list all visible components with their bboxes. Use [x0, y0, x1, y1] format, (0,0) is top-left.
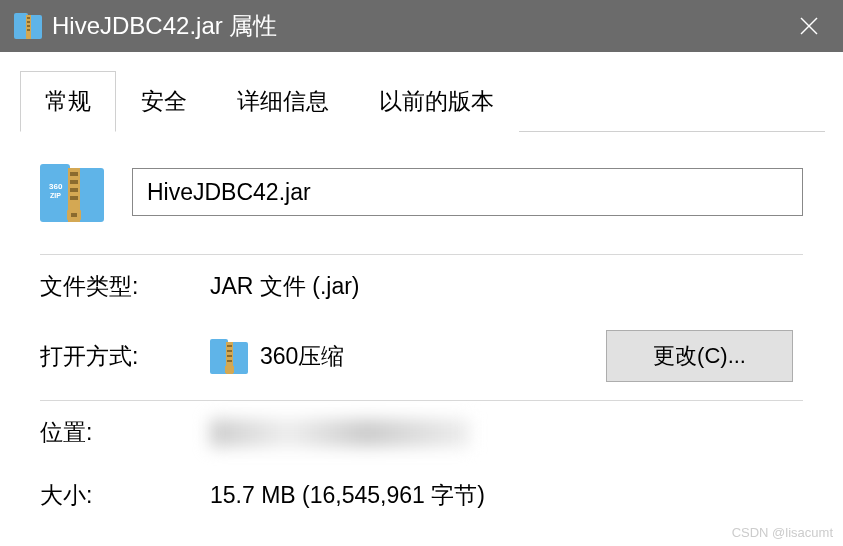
svg-rect-4 — [27, 21, 30, 23]
open-with-app-name: 360压缩 — [260, 341, 344, 372]
tab-general[interactable]: 常规 — [20, 71, 116, 132]
location-value — [210, 419, 470, 447]
svg-rect-27 — [227, 360, 232, 362]
svg-text:360: 360 — [49, 182, 63, 191]
svg-rect-20 — [71, 213, 77, 217]
tab-security[interactable]: 安全 — [116, 71, 212, 132]
svg-rect-11 — [40, 164, 70, 176]
svg-rect-15 — [70, 172, 78, 176]
close-button[interactable] — [785, 0, 833, 52]
svg-rect-7 — [26, 34, 31, 38]
svg-rect-22 — [210, 339, 228, 347]
change-button[interactable]: 更改(C)... — [606, 330, 793, 382]
zip-folder-icon — [14, 11, 42, 41]
window-title: HiveJDBC42.jar 属性 — [52, 10, 785, 42]
svg-rect-26 — [227, 355, 232, 357]
properties-window: HiveJDBC42.jar 属性 常规 安全 详细信息 以前的版本 360 — [0, 0, 843, 546]
content-area: 常规 安全 详细信息 以前的版本 360 ZIP — [0, 52, 843, 546]
svg-rect-25 — [227, 350, 232, 352]
size-label: 大小: — [40, 480, 210, 511]
tab-previous-versions[interactable]: 以前的版本 — [354, 71, 519, 132]
filename-input[interactable] — [132, 168, 803, 216]
open-with-value-container: 360压缩 更改(C)... — [210, 330, 803, 382]
tab-panel-general: 360 ZIP 文件类型: JAR 文件 (.jar) — [18, 132, 825, 546]
file-type-label: 文件类型: — [40, 271, 210, 302]
field-size: 大小: 15.7 MB (16,545,961 字节) — [40, 464, 803, 527]
file-type-value: JAR 文件 (.jar) — [210, 271, 360, 302]
location-label: 位置: — [40, 417, 210, 448]
watermark: CSDN @lisacumt — [732, 525, 833, 540]
svg-rect-1 — [14, 13, 28, 19]
size-value: 15.7 MB (16,545,961 字节) — [210, 480, 485, 511]
close-icon — [800, 17, 818, 35]
zip-folder-icon-large: 360 ZIP — [40, 158, 104, 226]
svg-rect-6 — [27, 29, 30, 31]
app-360zip-icon — [210, 336, 248, 376]
redacted-location — [210, 419, 470, 447]
tab-details[interactable]: 详细信息 — [212, 71, 354, 132]
svg-text:ZIP: ZIP — [50, 192, 61, 199]
field-file-type: 文件类型: JAR 文件 (.jar) — [40, 255, 803, 318]
field-location: 位置: — [40, 401, 803, 464]
svg-rect-16 — [70, 180, 78, 184]
svg-rect-28 — [225, 366, 234, 373]
svg-rect-24 — [227, 345, 232, 347]
svg-rect-18 — [70, 196, 78, 200]
titlebar: HiveJDBC42.jar 属性 — [0, 0, 843, 52]
file-header: 360 ZIP — [40, 158, 803, 226]
field-open-with: 打开方式: 360压缩 — [40, 318, 803, 400]
svg-rect-3 — [27, 17, 30, 19]
tabs: 常规 安全 详细信息 以前的版本 — [20, 70, 825, 132]
svg-rect-5 — [27, 25, 30, 27]
svg-rect-17 — [70, 188, 78, 192]
open-with-label: 打开方式: — [40, 341, 210, 372]
